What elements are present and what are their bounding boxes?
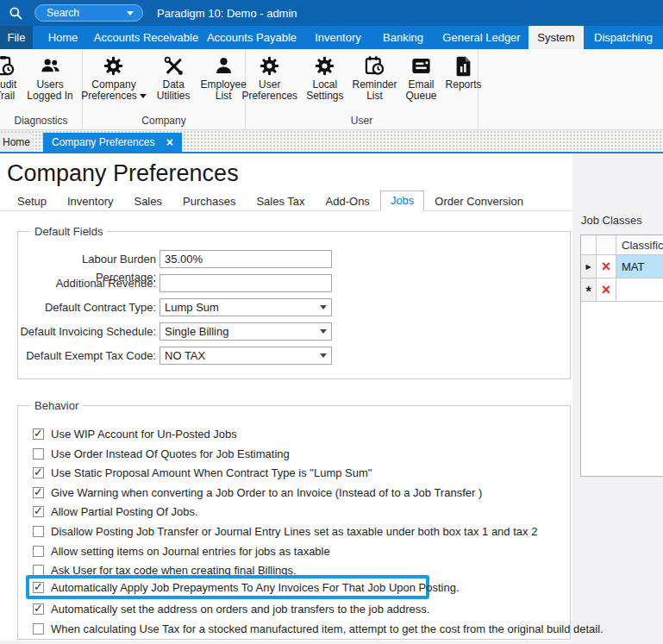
chevron-down-icon	[320, 305, 327, 309]
checkbox-row: Automatically set the address on orders …	[33, 601, 429, 616]
checkbox[interactable]	[33, 467, 44, 478]
search-input[interactable]: Search	[34, 4, 143, 22]
ribbon-button-label: Reports	[446, 79, 482, 91]
audit-trail-button[interactable]: Audit Trail	[0, 53, 18, 103]
row-selector[interactable]: ▶	[581, 255, 597, 278]
field-row: Labour Burden Percentage:	[18, 250, 570, 268]
menu-tab-system[interactable]: System	[529, 26, 584, 49]
company-preferences-button[interactable]: Company Preferences	[79, 53, 148, 103]
report-document-icon	[452, 54, 475, 78]
checkbox[interactable]	[33, 582, 44, 593]
checkbox[interactable]	[33, 428, 44, 440]
checkbox-label: Give Warning when converting a Job Order…	[51, 486, 482, 499]
checkbox[interactable]	[33, 526, 44, 537]
ribbon-button-label: Trail	[0, 91, 15, 102]
users-icon	[39, 54, 62, 78]
gear-icon	[313, 54, 336, 78]
checkbox[interactable]	[33, 546, 44, 557]
tab-jobs[interactable]: Jobs	[380, 191, 424, 211]
menu-tab-accounts-payable[interactable]: Accounts Payable	[199, 26, 304, 49]
current-row-icon: ▶	[585, 263, 591, 271]
field-label: Default Invoicing Schedule:	[20, 322, 156, 341]
data-utilities-button[interactable]: Data Utilities	[155, 53, 192, 103]
menu-tab-accounts-receivable[interactable]: Accounts Receivable	[93, 26, 199, 49]
ribbon-group-diagnostics: Audit Trail Users Logged In Diagnostics	[0, 49, 83, 129]
search-icon	[8, 5, 23, 21]
default-contract-type-select[interactable]: Lump Sum	[159, 298, 332, 316]
envelope-icon	[410, 54, 433, 78]
menu-tab-dispatching[interactable]: Dispatching	[584, 26, 663, 49]
grid-header-row: Classification	[581, 235, 663, 255]
checkbox[interactable]	[33, 603, 44, 615]
checkbox[interactable]	[33, 565, 44, 576]
window-title: Paradigm 10: Demo - admin	[157, 0, 297, 26]
grid-header-delete	[597, 235, 616, 255]
field-label: Additional Revenue:	[20, 274, 156, 292]
tab-inventory[interactable]: Inventory	[57, 192, 123, 210]
tab-sales-tax[interactable]: Sales Tax	[246, 192, 315, 210]
delete-x-icon: ×	[602, 259, 611, 274]
groupbox-legend: Default Fields	[30, 225, 107, 238]
classification-cell[interactable]: MAT	[616, 255, 663, 278]
ribbon-group-user: User Preferences Local Settings	[246, 49, 478, 129]
field-label: Default Contract Type:	[20, 298, 156, 316]
checkbox[interactable]	[33, 487, 44, 498]
default-exempt-tax-code-select[interactable]: NO TAX	[159, 347, 332, 365]
gear-icon	[258, 54, 281, 78]
tab-sales[interactable]: Sales	[123, 192, 172, 210]
checkbox-row: Disallow Posting Job Transfer or Journal…	[33, 523, 537, 539]
menu-tab-home[interactable]: Home	[33, 26, 93, 49]
menu-tab-inventory[interactable]: Inventory	[304, 26, 372, 49]
checkbox[interactable]	[33, 448, 44, 460]
tab-add-ons[interactable]: Add-Ons	[316, 192, 380, 210]
user-preferences-button[interactable]: User Preferences	[240, 53, 299, 103]
ribbon-group-label: User	[246, 115, 478, 127]
tools-icon	[162, 54, 185, 78]
classification-cell[interactable]	[616, 278, 663, 302]
checkbox-row: Use WIP Account for Un-Posted Jobs	[33, 426, 237, 441]
close-icon[interactable]: ×	[166, 136, 173, 148]
users-logged-in-button[interactable]: Users Logged In	[25, 53, 74, 103]
reports-button[interactable]: Reports	[444, 53, 484, 103]
delete-row-button[interactable]: ×	[597, 278, 616, 302]
ribbon-button-label: Utilities	[157, 91, 191, 102]
calendar-clock-icon	[363, 54, 386, 78]
doc-tab-company-preferences[interactable]: Company Preferences ×	[43, 133, 182, 152]
combo-value: NO TAX	[165, 349, 320, 362]
doc-tab-label: Company Preferences	[52, 136, 159, 148]
additional-revenue-input[interactable]	[159, 274, 332, 292]
default-invoicing-schedule-select[interactable]: Single Billing	[159, 322, 332, 341]
row-selector[interactable]: *	[581, 278, 597, 302]
checkbox[interactable]	[33, 623, 44, 635]
menu-tab-banking[interactable]: Banking	[372, 26, 435, 49]
person-icon	[212, 54, 235, 78]
labour-burden-percentage-input[interactable]	[159, 250, 332, 268]
email-queue-button[interactable]: Email Queue	[404, 53, 439, 103]
doc-tab-home[interactable]: Home	[0, 133, 33, 152]
checkbox[interactable]	[33, 506, 44, 517]
tab-purchases[interactable]: Purchases	[172, 192, 246, 210]
delete-x-icon: ×	[602, 282, 611, 297]
new-row-icon: *	[585, 284, 591, 300]
checkbox-label: Automatically Apply Job Prepayments To A…	[51, 581, 460, 594]
menu-tab-file[interactable]: File	[0, 26, 33, 49]
ribbon-button-label: Logged In	[27, 91, 72, 102]
tab-order-conversion[interactable]: Order Conversion	[424, 192, 534, 210]
audit-trail-icon	[0, 54, 16, 78]
field-label: Labour Burden Percentage:	[20, 250, 156, 268]
reminder-list-button[interactable]: Reminder List	[350, 53, 398, 103]
document-tab-strip: Home Company Preferences ×	[0, 130, 663, 153]
delete-row-button[interactable]: ×	[597, 255, 616, 278]
chevron-down-icon	[127, 11, 134, 16]
tab-setup[interactable]: Setup	[7, 192, 57, 210]
preference-tabs: Setup Inventory Sales Purchases Sales Ta…	[0, 191, 572, 211]
checkbox-label: Use Order Instead Of Quotes for Job Esti…	[51, 447, 290, 460]
grid-row: ▶ × MAT	[581, 255, 663, 278]
local-settings-button[interactable]: Local Settings	[304, 53, 345, 103]
menu-tab-general-ledger[interactable]: General Ledger	[435, 26, 529, 49]
ribbon: Audit Trail Users Logged In Diagnostics	[0, 49, 663, 130]
chevron-down-icon	[140, 94, 147, 98]
ribbon-group-label: Diagnostics	[0, 115, 82, 127]
content-area: Company Preferences Setup Inventory Sale…	[0, 153, 663, 644]
checkbox-label: When calculating Use Tax for a stocked m…	[51, 622, 604, 635]
